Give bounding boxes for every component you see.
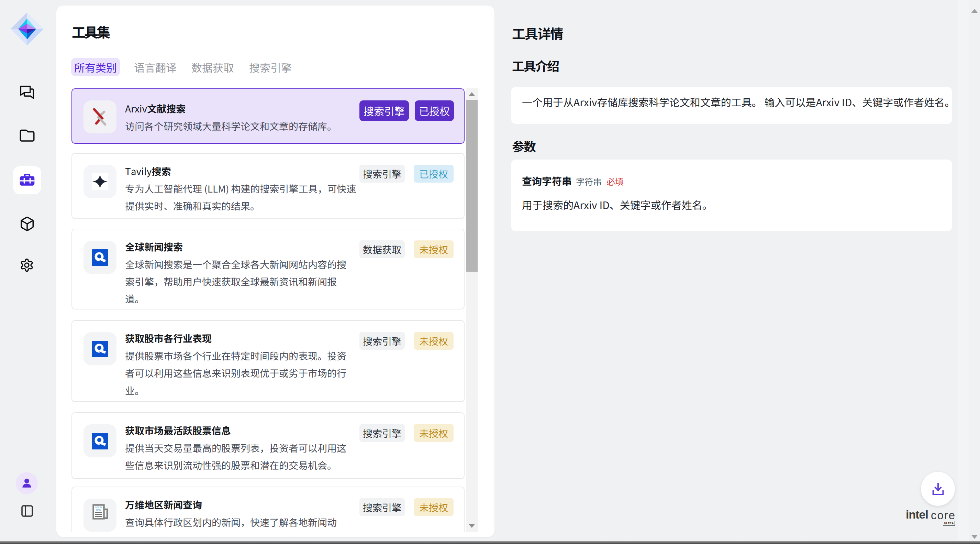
svg-text:NEW: NEW xyxy=(96,508,101,512)
